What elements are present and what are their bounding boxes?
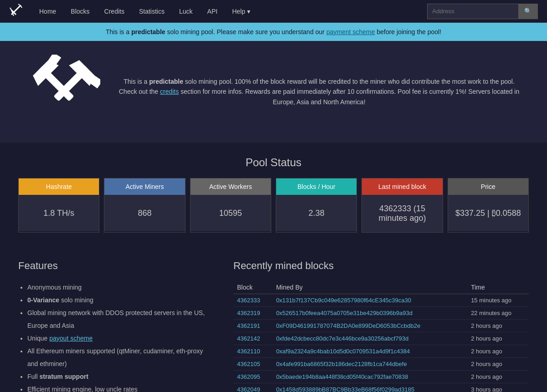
card-header: Last mined block [362, 178, 442, 195]
list-item: Global mining network with DDOS protecte… [27, 306, 215, 332]
nav-credits[interactable]: Credits [97, 1, 132, 22]
features-title: Features [18, 260, 215, 272]
features-section: Features Anonymous mining 0-Variance sol… [18, 260, 215, 392]
card-body: 4362333 (15 minutes ago) [362, 195, 442, 232]
miner-link[interactable]: 0xF09D461991787074B2DA0e899DeD6053bCcbdb… [276, 322, 421, 329]
card-header: Active Miners [104, 178, 185, 195]
features-list: Anonymous mining 0-Variance solo mining … [18, 281, 215, 392]
block-number: 4362191 [233, 320, 273, 332]
table-row: 4362110 0xaf9a2324a9c4bab10d5d0c0709531a… [233, 345, 529, 358]
card-header: Blocks / Hour [276, 178, 356, 195]
list-item: 0-Variance solo mining [27, 294, 215, 306]
card-body: 868 [104, 195, 185, 231]
mined-by: 0xaf9a2324a9c4bab10d5d0c0709531a4d9f1c43… [273, 345, 468, 358]
mined-by: 0x1458d593889bB87BC9Bb33eB68f56f0299ad31… [273, 383, 468, 392]
nav-help[interactable]: Help ▾ [225, 1, 258, 22]
miner-link[interactable]: 0xfde42dcbecc80dc7e3c446bce9a30256abcf79… [276, 335, 409, 342]
brand-logo[interactable] [9, 3, 23, 19]
block-link[interactable]: 4362105 [237, 361, 260, 367]
nav-home[interactable]: Home [32, 1, 63, 22]
list-item: Unique payout scheme [27, 332, 215, 345]
block-time: 2 hours ago [467, 371, 529, 383]
search-input[interactable] [427, 4, 518, 19]
card-header: Active Workers [191, 178, 271, 195]
table-row: 4362105 0x4afe991ba6865f32b186dec2128fb1… [233, 358, 529, 371]
list-item: Efficient mining engine, low uncle rates [27, 383, 215, 392]
navbar-search: 🔍 [427, 4, 538, 19]
block-link[interactable]: 4362333 [237, 297, 260, 304]
block-number: 4362110 [233, 345, 273, 358]
mined-by: 0x131b7f137Cb9c049e62857980f64cE345c39ca… [273, 294, 468, 307]
hero-description: This is a predictable solo mining pool. … [119, 76, 520, 107]
col-time: Time [467, 281, 529, 294]
list-item: Full stratum support [27, 370, 215, 383]
status-card: Active Workers 10595 [190, 178, 271, 233]
block-time: 2 hours ago [467, 358, 529, 371]
block-link[interactable]: 4362142 [237, 335, 260, 342]
card-body: 10595 [191, 195, 271, 231]
block-number: 4362142 [233, 332, 273, 345]
mined-by: 0x526517b0feea4075a0705e31be429b0396b9a9… [273, 307, 468, 320]
block-number: 4362095 [233, 371, 273, 383]
blocks-section: Recently mined blocks Block Mined By Tim… [233, 260, 529, 392]
block-time: 22 minutes ago [467, 307, 529, 320]
hero-section: This is a predictable solo mining pool. … [0, 41, 547, 143]
block-link[interactable]: 4362110 [237, 348, 260, 355]
alert-bold: predictable [131, 28, 165, 36]
block-number: 4362105 [233, 358, 273, 371]
alert-banner: This is a predictable solo mining pool. … [0, 23, 547, 41]
list-item: Anonymous mining [27, 281, 215, 294]
svg-line-1 [18, 4, 21, 5]
svg-line-2 [21, 5, 22, 8]
miner-link[interactable]: 0x5baede194b8aa448f38cd05f40cac792fae708… [276, 373, 408, 380]
status-cards: Hashrate 1.8 TH/s Active Miners 868 Acti… [18, 178, 529, 233]
block-link[interactable]: 4362049 [237, 386, 260, 392]
miner-link[interactable]: 0x4afe991ba6865f32b186dec2128fb1ca744dbe… [276, 361, 407, 367]
col-block: Block [233, 281, 273, 294]
status-card: Hashrate 1.8 TH/s [18, 178, 99, 233]
status-card: Price $337.25 | ₿0.0588 [448, 178, 529, 233]
status-card: Last mined block 4362333 (15 minutes ago… [361, 178, 443, 233]
mined-by: 0xfde42dcbecc80dc7e3c446bce9a30256abcf79… [273, 332, 468, 345]
nav-luck[interactable]: Luck [172, 1, 200, 22]
credits-link[interactable]: credits [160, 88, 179, 95]
alert-text-middle: solo mining pool. Please make sure you u… [165, 28, 326, 36]
nav-blocks[interactable]: Blocks [63, 1, 97, 22]
search-button[interactable]: 🔍 [518, 4, 538, 19]
nav-statistics[interactable]: Statistics [132, 1, 172, 22]
block-time: 2 hours ago [467, 345, 529, 358]
payment-scheme-link[interactable]: payment scheme [326, 28, 375, 36]
card-body: $337.25 | ₿0.0588 [448, 195, 528, 231]
status-card: Blocks / Hour 2.38 [276, 178, 357, 233]
nav-api[interactable]: API [200, 1, 225, 22]
mined-by: 0x4afe991ba6865f32b186dec2128fb1ca744dbe… [273, 358, 468, 371]
block-time: 15 minutes ago [467, 294, 529, 307]
navbar: Home Blocks Credits Statistics Luck API … [0, 0, 547, 23]
card-body: 2.38 [276, 195, 356, 231]
bottom-section: Features Anonymous mining 0-Variance sol… [0, 246, 547, 392]
miner-link[interactable]: 0x131b7f137Cb9c049e62857980f64cE345c39ca… [276, 297, 411, 304]
block-number: 4362319 [233, 307, 273, 320]
payout-scheme-link[interactable]: payout scheme [49, 335, 93, 342]
mined-by: 0x5baede194b8aa448f38cd05f40cac792fae708… [273, 371, 468, 383]
nav-links: Home Blocks Credits Statistics Luck API … [32, 1, 258, 22]
table-row: 4362191 0xF09D461991787074B2DA0e899DeD60… [233, 320, 529, 332]
miner-link[interactable]: 0x526517b0feea4075a0705e31be429b0396b9a9… [276, 310, 413, 316]
hero-logo [27, 55, 100, 129]
table-row: 4362319 0x526517b0feea4075a0705e31be429b… [233, 307, 529, 320]
block-number: 4362333 [233, 294, 273, 307]
svg-line-4 [10, 8, 11, 10]
alert-text-before: This is a [106, 28, 131, 36]
block-link[interactable]: 4362319 [237, 310, 260, 316]
block-time: 2 hours ago [467, 332, 529, 345]
block-link[interactable]: 4362191 [237, 322, 260, 329]
block-time: 3 hours ago [467, 383, 529, 392]
block-number: 4362049 [233, 383, 273, 392]
card-header: Price [448, 178, 528, 195]
pool-status-section: Pool Status Hashrate 1.8 TH/s Active Min… [0, 143, 547, 246]
miner-link[interactable]: 0xaf9a2324a9c4bab10d5d0c0709531a4d9f1c43… [276, 348, 410, 355]
miner-link[interactable]: 0x1458d593889bB87BC9Bb33eB68f56f0299ad31… [276, 386, 415, 392]
col-mined-by: Mined By [273, 281, 468, 294]
list-item: All Ethereum miners supported (qtMiner, … [27, 345, 215, 370]
block-link[interactable]: 4362095 [237, 373, 260, 380]
